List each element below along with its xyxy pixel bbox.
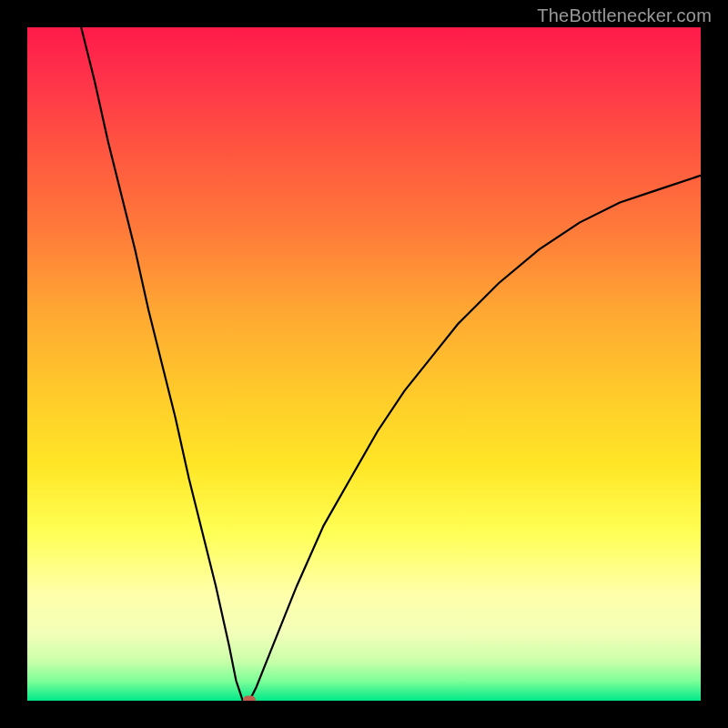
chart-frame: TheBottlenecker.com	[0, 0, 728, 728]
optimal-point-marker	[243, 696, 256, 702]
watermark-text: TheBottlenecker.com	[537, 5, 712, 26]
plot-area	[27, 27, 701, 701]
bottleneck-curve	[27, 27, 701, 701]
